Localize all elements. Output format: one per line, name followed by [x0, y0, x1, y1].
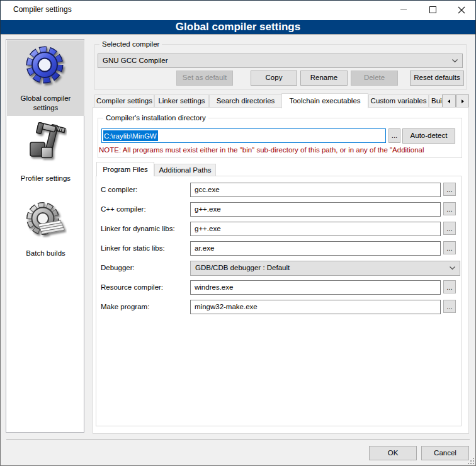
field-label: Debugger:: [101, 261, 135, 275]
profiler-icon: [25, 122, 67, 168]
tab-custom-variables[interactable]: Custom variables: [368, 94, 429, 107]
titlebar: Compiler settings: [0, 0, 476, 20]
compiler-combobox[interactable]: GNU GCC Compiler: [98, 54, 463, 68]
gear-icon: [25, 45, 67, 90]
field-value: windres.exe: [195, 283, 233, 291]
tab-compiler-settings[interactable]: Compiler settings: [94, 94, 154, 107]
linker-dynamic-input[interactable]: g++.exe: [190, 222, 441, 236]
cpp-compiler-input[interactable]: g++.exe: [190, 202, 441, 217]
sidebar-item-label: Global compiler settings: [7, 94, 84, 113]
field-value: gcc.exe: [195, 186, 220, 193]
tab-toolchain-executables[interactable]: Toolchain executables: [281, 93, 368, 108]
dialog-header: Global compiler settings: [0, 20, 476, 35]
sidebar-item-batch-builds[interactable]: Batch builds: [7, 196, 84, 270]
browse-resource-compiler-button[interactable]: ...: [443, 280, 456, 293]
tab-additional-paths[interactable]: Additional Paths: [154, 164, 216, 176]
debugger-select[interactable]: GDB/CDB debugger : Default: [190, 261, 460, 276]
sidebar: Global compiler settings: [6, 39, 84, 433]
installation-directory-input[interactable]: C:\raylib\MinGW: [101, 128, 386, 143]
tab-search-directories[interactable]: Search directories: [209, 94, 282, 107]
tab-program-files[interactable]: Program Files: [96, 162, 154, 176]
tab-scroll-right-button[interactable]: [456, 94, 469, 108]
browse-make-program-button[interactable]: ...: [443, 300, 456, 313]
installation-directory-group-label: Compiler's installation directory: [103, 113, 208, 122]
make-program-input[interactable]: mingw32-make.exe: [190, 300, 441, 314]
field-label: Resource compiler:: [101, 280, 163, 295]
compiler-combobox-value: GNU GCC Compiler: [103, 57, 168, 64]
browse-linker-static-button[interactable]: ...: [443, 241, 456, 254]
browse-linker-dynamic-button[interactable]: ...: [443, 222, 456, 235]
ok-button[interactable]: OK: [369, 446, 417, 460]
close-icon: [458, 6, 465, 14]
sidebar-item-profiler-settings[interactable]: Profiler settings: [7, 118, 84, 191]
batch-builds-icon: [25, 201, 67, 246]
field-label: C compiler:: [101, 183, 137, 197]
arrow-left-icon: [448, 99, 450, 103]
auto-detect-button[interactable]: Auto-detect: [402, 128, 455, 144]
window-controls: [389, 0, 476, 20]
window-compiler-settings: Compiler settings Global compiler settin…: [0, 0, 476, 466]
delete-button[interactable]: Delete: [351, 71, 398, 86]
linker-static-input[interactable]: ar.exe: [190, 241, 441, 256]
close-button[interactable]: [447, 0, 476, 20]
minimize-button[interactable]: [389, 0, 418, 20]
tab-scroll-left-button[interactable]: [442, 94, 456, 108]
maximize-button[interactable]: [418, 0, 447, 20]
field-value: ar.exe: [195, 244, 214, 252]
sidebar-item-global-compiler-settings[interactable]: Global compiler settings: [7, 40, 84, 116]
field-label: Linker for static libs:: [101, 241, 165, 256]
arrow-right-icon: [462, 99, 464, 103]
reset-defaults-button[interactable]: Reset defaults: [410, 71, 464, 86]
browse-c-compiler-button[interactable]: ...: [443, 183, 456, 196]
window-title: Compiler settings: [13, 5, 72, 14]
footer-divider: [6, 440, 470, 440]
copy-button[interactable]: Copy: [251, 71, 297, 86]
field-value: g++.exe: [195, 225, 221, 232]
installation-note: NOTE: All programs must exist either in …: [99, 146, 467, 156]
resource-compiler-input[interactable]: windres.exe: [190, 280, 441, 295]
chevron-down-icon: [450, 266, 455, 270]
sidebar-item-label: Profiler settings: [7, 174, 84, 183]
field-label: Linker for dynamic libs:: [101, 222, 175, 236]
field-value: g++.exe: [195, 205, 221, 213]
browse-cpp-compiler-button[interactable]: ...: [443, 202, 456, 215]
minimize-icon: [400, 6, 407, 13]
field-label: Make program:: [101, 300, 149, 314]
field-value: mingw32-make.exe: [195, 303, 258, 310]
browse-directory-button[interactable]: ...: [388, 128, 400, 143]
debugger-select-value: GDB/CDB debugger : Default: [195, 264, 290, 271]
resize-grip[interactable]: [468, 458, 474, 464]
cancel-button[interactable]: Cancel: [421, 446, 469, 460]
sidebar-item-label: Batch builds: [7, 249, 84, 258]
selected-compiler-group-label: Selected compiler: [99, 40, 162, 48]
installation-directory-value: C:\raylib\MinGW: [103, 130, 158, 141]
rename-button[interactable]: Rename: [300, 71, 348, 86]
tab-linker-settings[interactable]: Linker settings: [154, 94, 209, 107]
maximize-icon: [429, 6, 436, 13]
set-as-default-button[interactable]: Set as default: [176, 71, 233, 86]
field-label: C++ compiler:: [101, 202, 146, 217]
c-compiler-input[interactable]: gcc.exe: [190, 183, 441, 197]
chevron-down-icon: [452, 59, 458, 63]
